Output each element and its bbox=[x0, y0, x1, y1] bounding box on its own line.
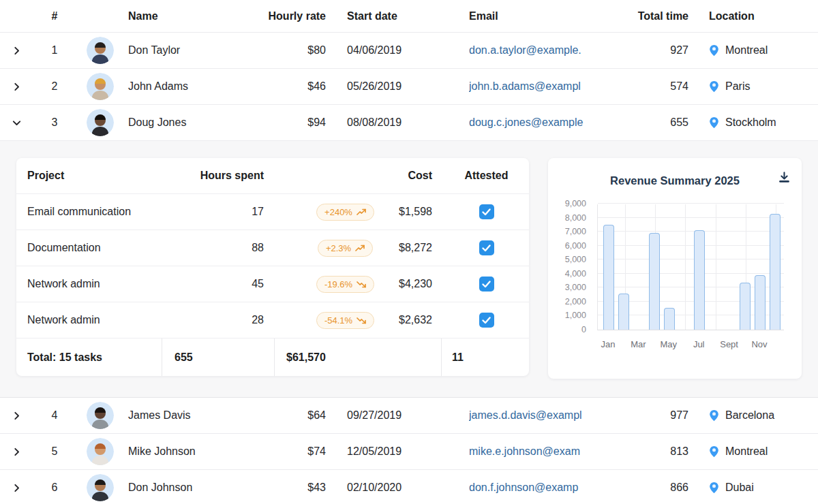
chevron-right-icon bbox=[12, 483, 22, 493]
project-row: Documentation 88 +2.3% $8,272 bbox=[16, 230, 529, 266]
location-pin-icon bbox=[709, 409, 719, 422]
gridline bbox=[598, 203, 784, 204]
project-row: Email communication 17 +240% $1,598 bbox=[16, 194, 529, 230]
x-axis-tick: Mar bbox=[631, 339, 646, 349]
row-number: 3 bbox=[33, 116, 76, 129]
header-attested: Attested bbox=[463, 170, 529, 182]
trend-up-icon bbox=[357, 208, 366, 216]
x-axis-tick: Jul bbox=[693, 339, 705, 349]
email-link[interactable]: james.d.davis@exampl bbox=[469, 409, 599, 422]
table-row: 5 Mike Johnson $74 12/05/2019 mike.e.joh… bbox=[0, 434, 818, 470]
start-date: 04/06/2019 bbox=[326, 44, 457, 57]
project-cost: $8,272 bbox=[388, 242, 463, 254]
attested-checkbox[interactable] bbox=[479, 204, 494, 219]
start-date: 02/10/2020 bbox=[326, 482, 457, 494]
expand-row-button[interactable] bbox=[0, 46, 33, 56]
chart-bar-apr bbox=[649, 233, 660, 330]
table-row: 4 James Davis $64 09/27/2019 james.d.dav… bbox=[0, 398, 818, 434]
header-total-time: Total time bbox=[627, 10, 688, 22]
hours-spent: 88 bbox=[173, 242, 265, 254]
hourly-rate: $74 bbox=[259, 445, 326, 458]
location-pin-icon bbox=[709, 44, 719, 57]
y-axis-tick: 3,000 bbox=[548, 283, 586, 292]
header-num: # bbox=[33, 10, 76, 22]
footer-total-tasks: Total: 15 tasks bbox=[16, 338, 162, 376]
attested-checkbox[interactable] bbox=[479, 240, 494, 255]
hours-spent: 45 bbox=[173, 278, 265, 290]
check-icon bbox=[482, 281, 491, 288]
header-project: Project bbox=[16, 170, 173, 182]
attested-checkbox[interactable] bbox=[479, 277, 494, 292]
x-axis-tick: May bbox=[661, 339, 678, 349]
footer-total-cost: $61,570 bbox=[275, 338, 442, 376]
table-row: 2 John Adams $46 05/26/2019 john.b.adams… bbox=[0, 69, 818, 105]
attested-checkbox[interactable] bbox=[479, 313, 494, 328]
chart-y-axis: 01,0002,0003,0004,0005,0006,0007,0008,00… bbox=[548, 204, 590, 330]
header-start-date: Start date bbox=[326, 10, 457, 22]
chevron-right-icon bbox=[12, 46, 22, 56]
project-name: Documentation bbox=[16, 242, 173, 254]
chart-bar-jan bbox=[603, 225, 614, 330]
project-cost: $4,230 bbox=[388, 278, 463, 290]
total-time: 655 bbox=[627, 116, 688, 129]
check-icon bbox=[482, 317, 491, 324]
footer-total-hours: 655 bbox=[162, 338, 275, 376]
chart-bar-nov bbox=[755, 275, 766, 330]
hourly-rate: $43 bbox=[259, 482, 326, 494]
collapse-row-button[interactable] bbox=[0, 118, 33, 128]
hours-spent: 17 bbox=[173, 206, 265, 218]
expand-row-button[interactable] bbox=[0, 447, 33, 457]
y-axis-tick: 5,000 bbox=[548, 255, 586, 264]
employee-name: Don Taylor bbox=[124, 44, 259, 57]
email-link[interactable]: don.f.johnson@examp bbox=[469, 482, 599, 494]
y-axis-tick: 8,000 bbox=[548, 213, 586, 223]
project-table-card: Project Hours spent Cost Attested Email … bbox=[16, 158, 529, 376]
location-pin-icon bbox=[709, 445, 719, 458]
email-link[interactable]: mike.e.johnson@exam bbox=[469, 445, 599, 458]
revenue-chart-card: Revenue Summary 2025 01,0002,0003,0004,0… bbox=[548, 158, 802, 379]
total-time: 866 bbox=[627, 482, 688, 494]
employee-table: # Name Hourly rate Start date Email Tota… bbox=[0, 0, 818, 504]
employee-name: Don Johnson bbox=[124, 482, 259, 494]
header-email: Email bbox=[457, 10, 627, 22]
location-name: Dubai bbox=[725, 482, 754, 494]
project-header-row: Project Hours spent Cost Attested bbox=[16, 158, 529, 194]
trend-badge: +240% bbox=[316, 204, 374, 221]
avatar bbox=[87, 402, 114, 429]
expand-row-button[interactable] bbox=[0, 483, 33, 493]
start-date: 12/05/2019 bbox=[326, 445, 457, 458]
start-date: 08/08/2019 bbox=[326, 116, 457, 129]
chevron-right-icon bbox=[12, 447, 22, 457]
header-hours-spent: Hours spent bbox=[173, 170, 265, 182]
y-axis-tick: 6,000 bbox=[548, 241, 586, 251]
y-axis-tick: 9,000 bbox=[548, 199, 586, 208]
project-row: Network admin 45 -19.6% $4,230 bbox=[16, 266, 529, 302]
download-icon bbox=[778, 171, 791, 184]
chart-bar-may bbox=[664, 308, 675, 330]
project-name: Network admin bbox=[16, 278, 173, 290]
hourly-rate: $94 bbox=[259, 116, 326, 129]
y-axis-tick: 4,000 bbox=[548, 269, 586, 279]
location-pin-icon bbox=[709, 482, 719, 494]
chart-x-axis: JanMarMayJulSeptNov bbox=[597, 330, 784, 351]
header-location: Location bbox=[688, 10, 818, 22]
email-link[interactable]: john.b.adams@exampl bbox=[469, 80, 599, 93]
chart-bar-dec bbox=[770, 214, 781, 330]
header-hourly-rate: Hourly rate bbox=[259, 10, 326, 22]
chevron-down-icon bbox=[12, 118, 22, 128]
location-name: Barcelona bbox=[725, 409, 774, 422]
gridline bbox=[685, 204, 686, 330]
expand-row-button[interactable] bbox=[0, 82, 33, 92]
project-cost: $1,598 bbox=[388, 206, 463, 218]
email-link[interactable]: don.a.taylor@example. bbox=[469, 44, 599, 57]
project-row: Network admin 28 -54.1% $2,632 bbox=[16, 302, 529, 338]
location-name: Montreal bbox=[725, 445, 768, 458]
location-pin-icon bbox=[709, 116, 719, 129]
header-cost: Cost bbox=[388, 170, 463, 182]
download-chart-button[interactable] bbox=[776, 169, 792, 185]
total-time: 813 bbox=[627, 445, 688, 458]
table-row-expanded: 3 Doug Jones $94 08/08/2019 doug.c.jones… bbox=[0, 105, 818, 141]
expand-row-button[interactable] bbox=[0, 411, 33, 421]
email-link[interactable]: doug.c.jones@example bbox=[469, 116, 599, 129]
y-axis-tick: 0 bbox=[548, 325, 586, 334]
